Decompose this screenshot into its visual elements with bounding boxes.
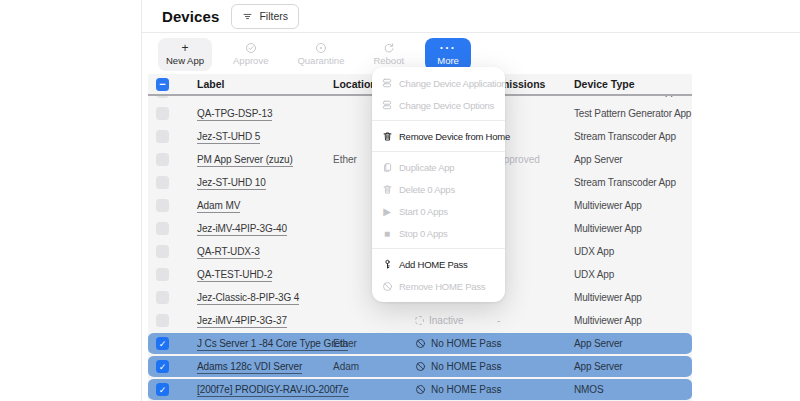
device-type-cell: Multiviewer App bbox=[566, 292, 692, 303]
device-label-cell: QA-TEST-UHD-2 bbox=[189, 269, 325, 280]
menu-item: Remove HOME Pass bbox=[372, 275, 505, 297]
menu-item-label: Delete 0 Apps bbox=[399, 184, 455, 195]
slash-circle-icon bbox=[415, 338, 426, 349]
quarantine-button: Quarantine bbox=[289, 38, 352, 71]
row-checkbox[interactable] bbox=[156, 314, 169, 327]
row-checkbox-cell bbox=[148, 107, 189, 120]
plus-icon: + bbox=[182, 42, 189, 55]
device-type-cell: Stream Transcoder App bbox=[566, 131, 692, 142]
quarantine-label: Quarantine bbox=[297, 55, 344, 67]
row-checkbox-cell bbox=[148, 96, 189, 98]
menu-item-label: Change Device Application bbox=[399, 78, 506, 89]
menu-item-label: Change Device Options bbox=[399, 100, 494, 111]
device-location-cell: Ether bbox=[325, 338, 407, 349]
more-button[interactable]: ··· More bbox=[425, 38, 471, 71]
device-label-link[interactable]: Jez-ST-UHD 10 bbox=[197, 177, 266, 190]
row-checkbox[interactable] bbox=[156, 130, 169, 143]
device-label-link[interactable]: [200f7e] PRODIGY-RAV-IO-200f7e bbox=[197, 384, 349, 397]
row-checkbox[interactable] bbox=[156, 107, 169, 120]
menu-item: ■ Stop 0 Apps bbox=[372, 222, 505, 244]
device-type-column-header: Device Type bbox=[566, 78, 692, 90]
row-checkbox[interactable] bbox=[156, 96, 169, 98]
device-label-link[interactable]: Adams 128c VDI Server bbox=[197, 361, 302, 374]
menu-divider bbox=[372, 248, 505, 249]
stop-icon: ■ bbox=[381, 228, 393, 239]
row-checkbox[interactable] bbox=[156, 199, 169, 212]
device-label-cell: Jez-ST-UHD 10 bbox=[189, 177, 325, 188]
menu-divider bbox=[372, 151, 505, 152]
menu-divider bbox=[372, 120, 505, 121]
device-label-cell: Jez-Classic-8-PIP-3G 4 bbox=[189, 292, 325, 303]
device-label-link[interactable]: Adam MV bbox=[197, 200, 240, 213]
device-permissions-cell: - bbox=[489, 338, 566, 349]
filters-label: Filters bbox=[259, 10, 288, 22]
menu-item-label: Add HOME Pass bbox=[399, 259, 468, 270]
row-checkbox[interactable] bbox=[156, 268, 169, 281]
device-label-link[interactable]: Jez-iMV-4PIP-3G-40 bbox=[197, 223, 287, 236]
row-checkbox[interactable] bbox=[156, 291, 169, 304]
slash-circle-icon bbox=[415, 361, 426, 372]
row-checkbox[interactable] bbox=[156, 245, 169, 258]
device-label-cell: Adams 128c VDI Server bbox=[189, 361, 325, 372]
approve-button: Approve bbox=[225, 38, 276, 71]
device-label-cell: Jez-iMV-4PIP-3G-40 bbox=[189, 223, 325, 234]
device-label-link[interactable]: QA-TEST-UHD-2 bbox=[197, 269, 272, 282]
menu-item[interactable]: Add HOME Pass bbox=[372, 253, 505, 275]
approve-label: Approve bbox=[233, 55, 268, 67]
slash-circle-icon bbox=[415, 384, 426, 395]
row-checkbox-cell bbox=[148, 130, 189, 143]
menu-item: Delete 0 Apps bbox=[372, 178, 505, 200]
table-row[interactable]: ✓ [200f7e] PRODIGY-RAV-IO-200f7e No HOME… bbox=[148, 378, 692, 401]
device-label-cell: [200f7e] PRODIGY-RAV-IO-200f7e bbox=[189, 384, 325, 395]
ellipsis-icon: ··· bbox=[440, 42, 457, 55]
new-app-button[interactable]: + New App bbox=[158, 38, 212, 71]
key-icon bbox=[381, 259, 393, 270]
device-type-cell: NMOS bbox=[566, 384, 692, 395]
device-type-cell: App Server bbox=[566, 361, 692, 372]
slash-circle-icon bbox=[381, 281, 393, 292]
menu-item-label: Remove Device from Home bbox=[399, 131, 510, 142]
device-label-cell: Jez-ST-UHD 5 bbox=[189, 131, 325, 142]
device-type-cell: Test Pattern Generator App bbox=[566, 108, 692, 119]
device-permissions-cell: - bbox=[489, 384, 566, 395]
table-row[interactable]: ✓ Adams 128c VDI Server Adam No HOME Pas… bbox=[148, 355, 692, 378]
menu-item[interactable]: Remove Device from Home bbox=[372, 125, 505, 147]
device-type-cell: App Server bbox=[566, 154, 692, 165]
device-type-cell: UDX App bbox=[566, 269, 692, 280]
row-checkbox[interactable] bbox=[156, 222, 169, 235]
row-checkbox-cell bbox=[148, 245, 189, 258]
row-checkbox-cell bbox=[148, 199, 189, 212]
row-checkbox[interactable] bbox=[156, 153, 169, 166]
device-label-cell: QA-TPG-DSP-13 bbox=[189, 108, 325, 119]
device-label-link[interactable]: PM App Server (zuzu) bbox=[197, 154, 293, 167]
device-label-cell: J Cs Server 1 -84 Core Type Greta bbox=[189, 338, 325, 349]
menu-item-label: Remove HOME Pass bbox=[399, 281, 485, 292]
select-all-checkbox[interactable]: − bbox=[156, 78, 169, 91]
row-checkbox[interactable] bbox=[156, 176, 169, 189]
device-status-cell: Inactive bbox=[407, 315, 489, 326]
filters-button[interactable]: Filters bbox=[231, 4, 299, 29]
device-label-link[interactable]: QA-RT-UDX-3 bbox=[197, 246, 260, 259]
play-icon: ▶ bbox=[381, 206, 393, 217]
row-checkbox-cell: ✓ bbox=[148, 383, 189, 396]
check-circle-icon bbox=[245, 42, 257, 55]
device-type-cell: Multiviewer App bbox=[566, 200, 692, 211]
device-type-cell: App Server bbox=[566, 338, 692, 349]
status-text: Inactive bbox=[429, 315, 463, 326]
menu-item-label: Duplicate App bbox=[399, 162, 454, 173]
row-checkbox[interactable]: ✓ bbox=[156, 360, 169, 373]
table-row[interactable]: Jez-iMV-4PIP-3G-37 Inactive - Multiviewe… bbox=[148, 309, 692, 332]
device-status-cell: No HOME Pass bbox=[407, 338, 489, 349]
device-label-link[interactable]: Jez-ST-UHD 5 bbox=[197, 131, 260, 144]
row-checkbox-cell bbox=[148, 153, 189, 166]
device-label-link[interactable]: QA-TPG-DSP-13 bbox=[197, 108, 272, 121]
copy-icon bbox=[381, 162, 393, 173]
menu-item-label: Stop 0 Apps bbox=[399, 228, 447, 239]
row-checkbox[interactable]: ✓ bbox=[156, 383, 169, 396]
device-label-link[interactable]: Jez-Classic-8-PIP-3G 4 bbox=[197, 292, 299, 305]
row-checkbox[interactable]: ✓ bbox=[156, 337, 169, 350]
reboot-button: Reboot bbox=[365, 38, 412, 71]
table-row[interactable]: ✓ J Cs Server 1 -84 Core Type Greta Ethe… bbox=[148, 332, 692, 355]
device-label-link[interactable]: Jez-iMV-4PIP-3G-37 bbox=[197, 315, 287, 328]
label-column-header: Label bbox=[189, 78, 325, 90]
